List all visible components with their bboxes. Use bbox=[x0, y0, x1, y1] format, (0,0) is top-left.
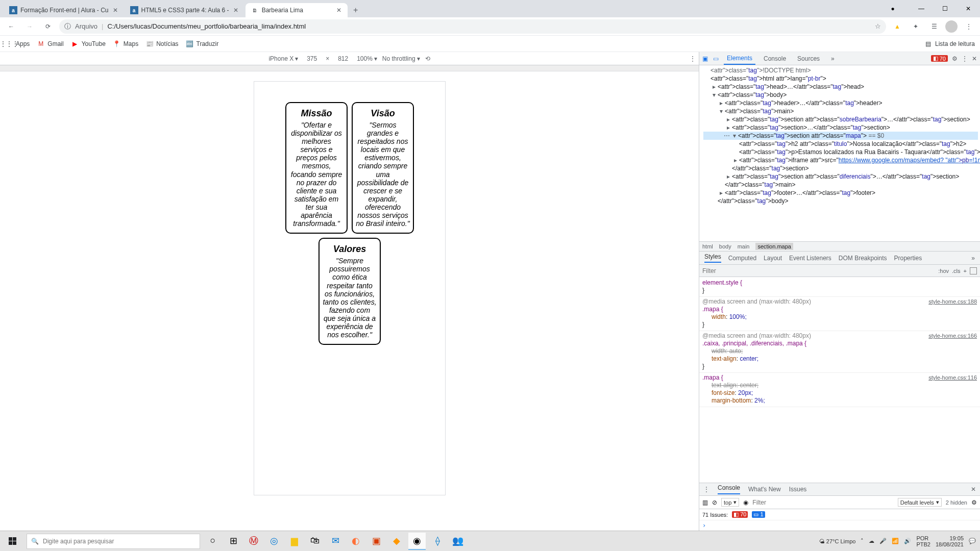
more-tabs-icon[interactable]: » bbox=[971, 255, 975, 262]
new-tab-button[interactable]: + bbox=[349, 3, 363, 17]
issues-badge[interactable]: ◧ 70 bbox=[931, 55, 948, 62]
console-filter-input[interactable] bbox=[752, 499, 893, 506]
drawer-tab-whatsnew[interactable]: What's New bbox=[748, 486, 781, 493]
taskbar-search[interactable]: 🔍 Digite aqui para pesquisar bbox=[27, 534, 200, 549]
chrome-icon[interactable]: ◉ bbox=[408, 533, 426, 550]
tab-console[interactable]: Console bbox=[761, 52, 789, 65]
taskview-icon[interactable]: ⊞ bbox=[225, 533, 242, 550]
css-rule[interactable]: element.style {} bbox=[699, 278, 980, 297]
styles-filter-input[interactable] bbox=[702, 267, 935, 274]
viewport-area[interactable]: Missão "Ofertar e disponibilizar os melh… bbox=[0, 65, 699, 531]
css-rule[interactable]: style-home.css:188@media screen and (max… bbox=[699, 297, 980, 331]
forward-button[interactable]: → bbox=[22, 19, 37, 34]
clear-icon[interactable]: ⊘ bbox=[712, 499, 717, 506]
drawer-tab-console[interactable]: Console bbox=[718, 484, 740, 494]
notifications-icon[interactable]: 💬 bbox=[969, 538, 976, 544]
device-mode-icon[interactable]: ▭ bbox=[713, 55, 719, 62]
drive-icon[interactable]: ▲ bbox=[890, 19, 904, 34]
dom-line[interactable]: ⋯▾<attr">class="tag">section attr">class… bbox=[703, 132, 978, 140]
minimize-icon[interactable]: — bbox=[910, 0, 933, 17]
dom-line[interactable]: <attr">class="tag">html attr">lang="pt-b… bbox=[703, 74, 978, 83]
reading-list-icon[interactable]: ☰ bbox=[927, 19, 941, 34]
dom-line[interactable]: </attr">class="tag">main> bbox=[703, 181, 978, 189]
levels-select[interactable]: Default levels ▾ bbox=[898, 498, 942, 507]
dom-line[interactable]: ▸<attr">class="tag">section attr">class=… bbox=[703, 172, 978, 181]
dom-line[interactable]: ▸<attr">class="tag">header>…</attr">clas… bbox=[703, 99, 978, 107]
gear-icon[interactable]: ⚙ bbox=[952, 55, 958, 62]
dom-line[interactable]: ▸<attr">class="tag">head>…</attr">class=… bbox=[703, 83, 978, 91]
dom-line[interactable]: <attr">class="tag">p>Estamos localizados… bbox=[703, 148, 978, 156]
dom-line[interactable]: <attr">class="tag">h2 attr">class="titul… bbox=[703, 140, 978, 148]
zoom-select[interactable]: 100%▾ bbox=[357, 55, 377, 62]
kebab-icon[interactable]: ⋮ bbox=[690, 55, 696, 62]
tab-sources[interactable]: Sources bbox=[794, 52, 823, 65]
styles-rules[interactable]: element.style {}style-home.css:188@media… bbox=[699, 277, 980, 483]
clock[interactable]: 19:0518/08/2021 bbox=[936, 535, 964, 547]
tab-event-listeners[interactable]: Event Listeners bbox=[789, 255, 831, 262]
dom-line[interactable]: ▾<attr">class="tag">body> bbox=[703, 91, 978, 99]
device-width[interactable]: 375 bbox=[303, 55, 321, 62]
dom-line[interactable]: ▸<attr">class="tag">section attr">class=… bbox=[703, 115, 978, 123]
eye-icon[interactable]: ◉ bbox=[743, 499, 748, 506]
back-button[interactable]: ← bbox=[4, 19, 18, 34]
info-icon[interactable]: ⓘ bbox=[64, 22, 71, 31]
avatar-icon[interactable] bbox=[945, 20, 958, 33]
dom-line[interactable]: ▸<attr">class="tag">iframe attr">src="ht… bbox=[703, 156, 978, 164]
close-icon[interactable]: ✕ bbox=[971, 486, 976, 493]
hov-toggle[interactable]: :hov bbox=[938, 268, 949, 274]
kebab-icon[interactable]: ⋮ bbox=[703, 486, 709, 493]
bookmark-apps[interactable]: ⋮⋮⋮Apps bbox=[5, 40, 30, 48]
chevron-up-icon[interactable]: ˄ bbox=[861, 538, 864, 544]
inspect-icon[interactable]: ▣ bbox=[702, 55, 708, 62]
close-icon[interactable]: ✕ bbox=[335, 7, 342, 14]
bookmark-maps[interactable]: 📍Maps bbox=[113, 40, 138, 48]
reading-list-button[interactable]: ▤Lista de leitura bbox=[924, 40, 975, 48]
device-height[interactable]: 812 bbox=[334, 55, 352, 62]
gear-icon[interactable]: ⚙ bbox=[971, 499, 977, 506]
teams-icon[interactable]: 👥 bbox=[449, 533, 467, 550]
more-tabs-icon[interactable]: » bbox=[828, 52, 838, 65]
cls-toggle[interactable]: .cls bbox=[952, 268, 961, 274]
toggle-pane-icon[interactable] bbox=[970, 267, 977, 274]
console-status[interactable]: 71 Issues: ◧ 70 ▭ 1 bbox=[699, 509, 980, 520]
tab-properties[interactable]: Properties bbox=[894, 255, 922, 262]
wifi-icon[interactable]: 📶 bbox=[892, 538, 899, 544]
tab-elements[interactable]: Elements bbox=[724, 52, 755, 65]
css-rule[interactable]: style-home.css:116.mapa {text-align: cen… bbox=[699, 373, 980, 407]
browser-tab-active[interactable]: 🗎 Barbearia Lima ✕ bbox=[246, 3, 348, 17]
mail-icon[interactable]: ✉ bbox=[327, 533, 344, 550]
console-prompt[interactable]: › bbox=[699, 520, 980, 531]
maximize-icon[interactable]: ☐ bbox=[933, 0, 957, 17]
dom-line[interactable]: ▸<attr">class="tag">section>…</attr">cla… bbox=[703, 123, 978, 132]
kebab-icon[interactable]: ⋮ bbox=[962, 55, 968, 62]
tab-dom-breakpoints[interactable]: DOM Breakpoints bbox=[839, 255, 887, 262]
breadcrumb[interactable]: html body main section.mapa bbox=[699, 241, 980, 252]
bookmark-youtube[interactable]: ▶YouTube bbox=[71, 40, 106, 48]
start-button[interactable] bbox=[0, 531, 24, 552]
tab-layout[interactable]: Layout bbox=[764, 255, 782, 262]
window-close-icon[interactable]: ✕ bbox=[957, 0, 980, 17]
close-icon[interactable]: ✕ bbox=[232, 7, 239, 14]
sidebar-icon[interactable]: ▥ bbox=[702, 499, 708, 506]
browser-tab[interactable]: a Formação Front-end | Alura - Cu ✕ bbox=[4, 3, 124, 17]
lang-indicator[interactable]: PORPTB2 bbox=[916, 535, 930, 547]
sublime-icon[interactable]: ◆ bbox=[388, 533, 405, 550]
firefox-icon[interactable]: ◐ bbox=[347, 533, 364, 550]
throttle-select[interactable]: No throttling▾ bbox=[382, 55, 420, 62]
dom-line[interactable]: <attr">class="tag">!DOCTYPE html> bbox=[703, 66, 978, 74]
store-icon[interactable]: 🛍 bbox=[306, 533, 324, 550]
bookmark-translate[interactable]: 🔤Traduzir bbox=[186, 40, 219, 48]
dom-line[interactable]: </attr">class="tag">body> bbox=[703, 197, 978, 205]
dom-line[interactable]: ▾<attr">class="tag">main> bbox=[703, 107, 978, 115]
kebab-icon[interactable]: ⋮ bbox=[962, 19, 976, 34]
onedrive-icon[interactable]: ☁ bbox=[869, 538, 874, 544]
reload-button[interactable]: ⟳ bbox=[41, 19, 55, 34]
browser-tab[interactable]: a HTML5 e CSS3 parte 4: Aula 6 - ✕ bbox=[125, 3, 244, 17]
dom-line[interactable]: </attr">class="tag">section> bbox=[703, 164, 978, 172]
edge-icon[interactable]: ◎ bbox=[265, 533, 283, 550]
device-select[interactable]: iPhone X▾ bbox=[268, 55, 298, 62]
address-bar[interactable]: ⓘ Arquivo | C:/Users/lucas/Documents/meu… bbox=[59, 19, 886, 34]
explorer-icon[interactable]: ▆ bbox=[286, 533, 303, 550]
weather-widget[interactable]: 🌤 27°C Limpo bbox=[819, 538, 856, 544]
hidden-count[interactable]: 2 hidden bbox=[946, 499, 967, 506]
